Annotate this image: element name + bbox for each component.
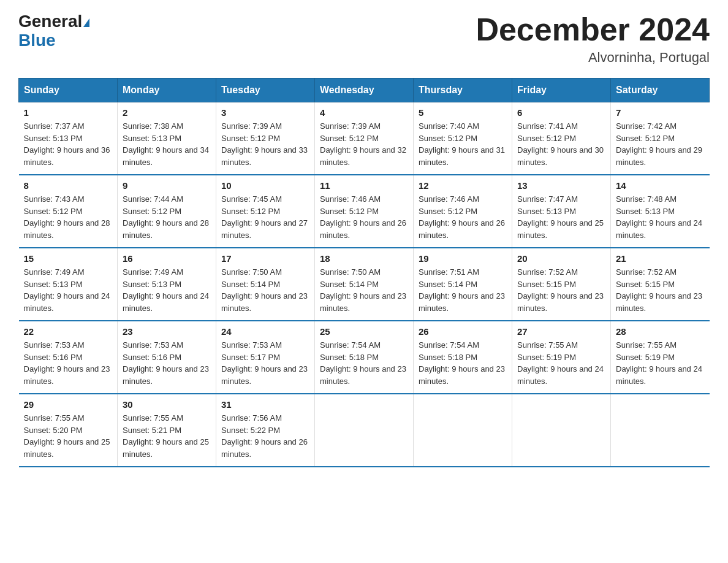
table-row: 15 Sunrise: 7:49 AM Sunset: 5:13 PM Dayl…	[19, 248, 118, 321]
day-number: 31	[221, 399, 309, 410]
day-info: Sunrise: 7:55 AM Sunset: 5:21 PM Dayligh…	[123, 412, 211, 460]
table-row: 31 Sunrise: 7:56 AM Sunset: 5:22 PM Dayl…	[216, 394, 315, 467]
day-info: Sunrise: 7:50 AM Sunset: 5:14 PM Dayligh…	[320, 266, 408, 314]
month-title: December 2024	[476, 12, 710, 47]
day-info: Sunrise: 7:55 AM Sunset: 5:19 PM Dayligh…	[517, 339, 605, 387]
location-title: Alvorninha, Portugal	[476, 50, 710, 66]
logo: General Blue	[18, 12, 89, 50]
day-number: 28	[616, 326, 705, 337]
day-number: 25	[320, 326, 408, 337]
calendar-week-row: 1 Sunrise: 7:37 AM Sunset: 5:13 PM Dayli…	[19, 102, 710, 175]
table-row: 17 Sunrise: 7:50 AM Sunset: 5:14 PM Dayl…	[216, 248, 315, 321]
day-info: Sunrise: 7:55 AM Sunset: 5:19 PM Dayligh…	[616, 339, 705, 387]
day-number: 8	[24, 180, 113, 191]
day-info: Sunrise: 7:41 AM Sunset: 5:12 PM Dayligh…	[517, 120, 605, 168]
table-row: 20 Sunrise: 7:52 AM Sunset: 5:15 PM Dayl…	[512, 248, 611, 321]
day-number: 4	[320, 107, 408, 118]
day-number: 7	[616, 107, 705, 118]
day-number: 17	[221, 253, 309, 264]
table-row: 6 Sunrise: 7:41 AM Sunset: 5:12 PM Dayli…	[512, 102, 611, 175]
day-info: Sunrise: 7:39 AM Sunset: 5:12 PM Dayligh…	[221, 120, 309, 168]
table-row: 30 Sunrise: 7:55 AM Sunset: 5:21 PM Dayl…	[118, 394, 216, 467]
day-info: Sunrise: 7:54 AM Sunset: 5:18 PM Dayligh…	[320, 339, 408, 387]
day-info: Sunrise: 7:40 AM Sunset: 5:12 PM Dayligh…	[419, 120, 507, 168]
day-number: 20	[517, 253, 605, 264]
day-number: 14	[616, 180, 705, 191]
day-number: 27	[517, 326, 605, 337]
day-info: Sunrise: 7:39 AM Sunset: 5:12 PM Dayligh…	[320, 120, 408, 168]
title-block: December 2024 Alvorninha, Portugal	[476, 12, 710, 66]
day-info: Sunrise: 7:51 AM Sunset: 5:14 PM Dayligh…	[419, 266, 507, 314]
logo-triangle-icon	[83, 18, 89, 27]
day-info: Sunrise: 7:53 AM Sunset: 5:16 PM Dayligh…	[123, 339, 211, 387]
table-row: 24 Sunrise: 7:53 AM Sunset: 5:17 PM Dayl…	[216, 321, 315, 394]
col-friday: Friday	[512, 79, 611, 102]
col-thursday: Thursday	[414, 79, 512, 102]
calendar-week-row: 22 Sunrise: 7:53 AM Sunset: 5:16 PM Dayl…	[19, 321, 710, 394]
table-row	[315, 394, 414, 467]
table-row: 5 Sunrise: 7:40 AM Sunset: 5:12 PM Dayli…	[414, 102, 512, 175]
day-info: Sunrise: 7:48 AM Sunset: 5:13 PM Dayligh…	[616, 193, 705, 241]
day-number: 10	[221, 180, 309, 191]
table-row: 2 Sunrise: 7:38 AM Sunset: 5:13 PM Dayli…	[118, 102, 216, 175]
day-number: 11	[320, 180, 408, 191]
day-number: 9	[123, 180, 211, 191]
table-row: 11 Sunrise: 7:46 AM Sunset: 5:12 PM Dayl…	[315, 175, 414, 248]
table-row: 7 Sunrise: 7:42 AM Sunset: 5:12 PM Dayli…	[611, 102, 710, 175]
day-info: Sunrise: 7:54 AM Sunset: 5:18 PM Dayligh…	[419, 339, 507, 387]
day-number: 30	[123, 399, 211, 410]
table-row: 1 Sunrise: 7:37 AM Sunset: 5:13 PM Dayli…	[19, 102, 118, 175]
table-row: 12 Sunrise: 7:46 AM Sunset: 5:12 PM Dayl…	[414, 175, 512, 248]
col-monday: Monday	[118, 79, 216, 102]
day-info: Sunrise: 7:43 AM Sunset: 5:12 PM Dayligh…	[24, 193, 113, 241]
day-info: Sunrise: 7:37 AM Sunset: 5:13 PM Dayligh…	[24, 120, 113, 168]
day-info: Sunrise: 7:42 AM Sunset: 5:12 PM Dayligh…	[616, 120, 705, 168]
day-info: Sunrise: 7:50 AM Sunset: 5:14 PM Dayligh…	[221, 266, 309, 314]
logo-general-text: General	[18, 12, 89, 31]
day-number: 13	[517, 180, 605, 191]
table-row: 23 Sunrise: 7:53 AM Sunset: 5:16 PM Dayl…	[118, 321, 216, 394]
day-number: 15	[24, 253, 113, 264]
calendar-table: Sunday Monday Tuesday Wednesday Thursday…	[18, 78, 710, 467]
day-info: Sunrise: 7:44 AM Sunset: 5:12 PM Dayligh…	[123, 193, 211, 241]
day-number: 21	[616, 253, 705, 264]
day-number: 3	[221, 107, 309, 118]
day-info: Sunrise: 7:38 AM Sunset: 5:13 PM Dayligh…	[123, 120, 211, 168]
table-row: 4 Sunrise: 7:39 AM Sunset: 5:12 PM Dayli…	[315, 102, 414, 175]
day-info: Sunrise: 7:52 AM Sunset: 5:15 PM Dayligh…	[616, 266, 705, 314]
table-row: 27 Sunrise: 7:55 AM Sunset: 5:19 PM Dayl…	[512, 321, 611, 394]
col-saturday: Saturday	[611, 79, 710, 102]
col-tuesday: Tuesday	[216, 79, 315, 102]
day-number: 26	[419, 326, 507, 337]
day-number: 1	[24, 107, 113, 118]
day-number: 6	[517, 107, 605, 118]
col-sunday: Sunday	[19, 79, 118, 102]
calendar-week-row: 8 Sunrise: 7:43 AM Sunset: 5:12 PM Dayli…	[19, 175, 710, 248]
calendar-week-row: 29 Sunrise: 7:55 AM Sunset: 5:20 PM Dayl…	[19, 394, 710, 467]
day-number: 12	[419, 180, 507, 191]
day-number: 22	[24, 326, 113, 337]
page-header: General Blue December 2024 Alvorninha, P…	[18, 12, 710, 66]
table-row: 13 Sunrise: 7:47 AM Sunset: 5:13 PM Dayl…	[512, 175, 611, 248]
table-row	[414, 394, 512, 467]
table-row	[512, 394, 611, 467]
table-row: 25 Sunrise: 7:54 AM Sunset: 5:18 PM Dayl…	[315, 321, 414, 394]
table-row: 26 Sunrise: 7:54 AM Sunset: 5:18 PM Dayl…	[414, 321, 512, 394]
col-wednesday: Wednesday	[315, 79, 414, 102]
table-row: 8 Sunrise: 7:43 AM Sunset: 5:12 PM Dayli…	[19, 175, 118, 248]
day-info: Sunrise: 7:46 AM Sunset: 5:12 PM Dayligh…	[320, 193, 408, 241]
day-info: Sunrise: 7:53 AM Sunset: 5:17 PM Dayligh…	[221, 339, 309, 387]
calendar-week-row: 15 Sunrise: 7:49 AM Sunset: 5:13 PM Dayl…	[19, 248, 710, 321]
day-number: 23	[123, 326, 211, 337]
table-row	[611, 394, 710, 467]
table-row: 21 Sunrise: 7:52 AM Sunset: 5:15 PM Dayl…	[611, 248, 710, 321]
day-info: Sunrise: 7:53 AM Sunset: 5:16 PM Dayligh…	[24, 339, 113, 387]
day-info: Sunrise: 7:45 AM Sunset: 5:12 PM Dayligh…	[221, 193, 309, 241]
day-number: 2	[123, 107, 211, 118]
table-row: 14 Sunrise: 7:48 AM Sunset: 5:13 PM Dayl…	[611, 175, 710, 248]
calendar-header-row: Sunday Monday Tuesday Wednesday Thursday…	[19, 79, 710, 102]
logo-blue-text: Blue	[18, 31, 56, 50]
table-row: 3 Sunrise: 7:39 AM Sunset: 5:12 PM Dayli…	[216, 102, 315, 175]
day-number: 16	[123, 253, 211, 264]
day-info: Sunrise: 7:52 AM Sunset: 5:15 PM Dayligh…	[517, 266, 605, 314]
